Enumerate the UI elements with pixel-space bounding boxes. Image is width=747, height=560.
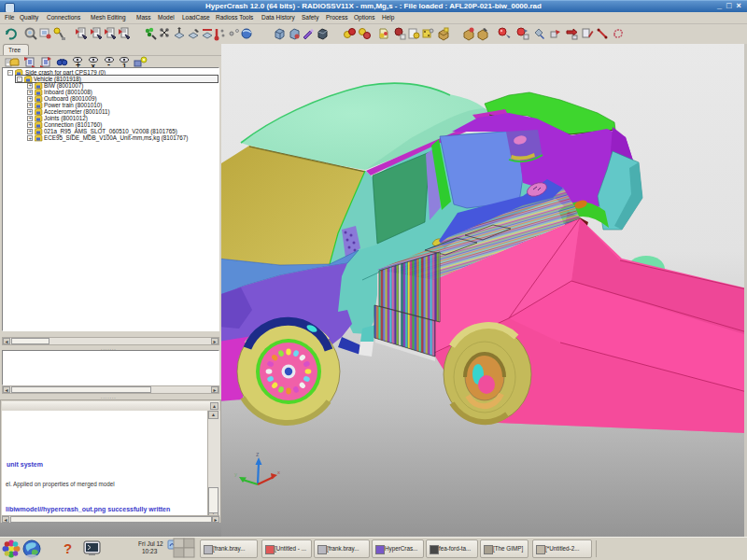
svg-text:10:23: 10:23 xyxy=(142,548,158,554)
svg-text:Fri Jul 12: Fri Jul 12 xyxy=(138,540,163,547)
svg-text:y: y xyxy=(234,471,237,477)
svg-text:z: z xyxy=(256,451,260,457)
svg-text:?: ? xyxy=(63,540,72,556)
svg-text:x: x xyxy=(277,469,280,475)
